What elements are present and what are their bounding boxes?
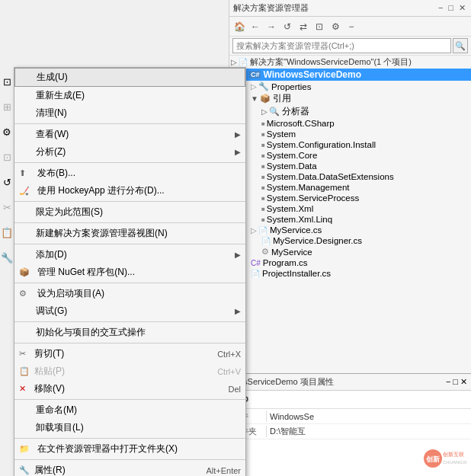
tree-system-data-ds[interactable]: ■ System.Data.DataSetExtensions [229,171,471,182]
menu-cut-label: 剪切(T) [34,347,202,360]
menu-hockey-label: 使用 HockeyApp 进行分布(D)... [37,184,241,197]
tree-myservice[interactable]: ⚙ MyService [229,246,471,257]
forward-icon[interactable]: → [264,20,278,34]
menu-unload-label: 卸载项目(L) [36,421,241,434]
sidebar-icon-8[interactable]: 🔧 [1,252,13,264]
menu-publish-label: 发布(B)... [37,167,241,180]
minus-icon[interactable]: − [344,20,358,34]
tree-system-mgmt[interactable]: ■ System.Management [229,182,471,193]
menu-item-analyze[interactable]: 分析(Z) ▶ [14,143,245,161]
paste-icon: 📋 [19,366,34,376]
tree-solution-root[interactable]: ▷ 📄 解决方案"WindowsServiceDemo"(1 个项目) [229,56,471,69]
props-float-btn[interactable]: □ [453,377,458,387]
sidebar-icon-3[interactable]: ⚙ [2,126,11,138]
tree-myservice-cs[interactable]: ▷ 📄 MyService.cs [229,225,471,235]
menu-item-new-view[interactable]: 新建解决方案资源管理器视图(N) [14,225,245,242]
tree-projectinstaller-cs[interactable]: 📄 ProjectInstaller.cs [229,268,471,279]
tree-system-sp[interactable]: ■ System.ServiceProcess [229,193,471,203]
menu-remove-label: 移除(V) [34,382,213,395]
menu-item-rename[interactable]: 重命名(M) [14,401,245,419]
search-button[interactable]: 🔍 [453,38,468,53]
sidebar-icon-6[interactable]: ✂ [3,202,11,213]
menu-item-init-interact[interactable]: 初始化与项目的交互式操作 [14,324,245,341]
tree-analyzer[interactable]: ▷ 🔍 分析器 [229,105,471,118]
separator-9 [14,399,245,400]
menu-cut-shortcut: Ctrl+X [217,350,241,359]
home-icon[interactable]: 🏠 [232,20,246,34]
sidebar-icon-7[interactable]: 📋 [1,227,13,238]
menu-item-view[interactable]: 查看(W) ▶ [14,126,245,143]
menu-item-paste[interactable]: 📋 粘贴(P) Ctrl+V [14,363,245,380]
svg-text:创新互联: 创新互联 [443,452,464,457]
props-pin-btn[interactable]: − [446,377,450,387]
menu-item-debug[interactable]: 调试(G) ▶ [14,302,245,320]
tree-system-data[interactable]: ■ System.Data [229,161,471,171]
sidebar-icon-4[interactable]: ⊡ [3,152,11,163]
menu-item-set-startup[interactable]: ⚙ 设为启动项目(A) [14,285,245,302]
startup-icon: ⚙ [19,289,34,299]
svg-text:CHUANGXIN: CHUANGXIN [443,460,467,465]
analyze-arrow-icon: ▶ [235,148,241,156]
tree-system-xml[interactable]: ■ System.Xml [229,203,471,214]
menu-set-startup-label: 设为启动项目(A) [37,287,241,300]
folder-icon: 📁 [19,444,34,454]
props-toolbar: ⊞ ⚙ [229,391,471,409]
publish-icon: ⬆ [19,168,34,178]
sidebar-icon-2[interactable]: ⊞ [3,101,11,113]
props-title: owsServiceDemo 项目属性 [232,376,334,388]
back-icon[interactable]: ← [248,20,262,34]
sync-icon[interactable]: ⇄ [296,20,310,34]
props-value-folder: D:\智能互 [267,426,309,437]
menu-item-build[interactable]: 生成(U) [14,68,245,87]
search-row: 🔍 [229,37,471,56]
panel-titlebar: 解决方案资源管理器 − □ ✕ [229,0,471,17]
add-arrow-icon: ▶ [235,251,241,259]
myservice-designer-label: MyService.Designer.cs [273,236,362,245]
props-close-btn[interactable]: ✕ [460,377,467,387]
separator-11 [14,459,245,460]
menu-item-rebuild[interactable]: 重新生成(E) [14,87,245,104]
menu-item-open-folder[interactable]: 📁 在文件资源管理器中打开文件夹(X) [14,440,245,458]
panel-pin-btn[interactable]: − [437,3,444,13]
menu-item-scope[interactable]: 限定为此范围(S) [14,203,245,221]
refresh-icon[interactable]: ↺ [280,20,294,34]
references-label: 引用 [273,93,291,104]
menu-analyze-label: 分析(Z) [36,145,235,158]
tree-properties[interactable]: ▷ 🔧 Properties [229,81,471,92]
menu-item-cut[interactable]: ✂ 剪切(T) Ctrl+X [14,345,245,363]
tree-program-cs[interactable]: C# Program.cs [229,257,471,268]
tree-references[interactable]: ▼ 📦 引用 [229,92,471,105]
menu-paste-label: 粘贴(P) [34,365,202,378]
tree-myservice-designer[interactable]: 📄 MyService.Designer.cs [229,235,471,246]
menu-item-nuget[interactable]: 📦 管理 NuGet 程序包(N)... [14,264,245,281]
menu-item-properties[interactable]: 🔧 属性(R) Alt+Enter [14,462,245,476]
tree-system-xml-linq[interactable]: ■ System.Xml.Linq [229,214,471,225]
properties-panel: owsServiceDemo 项目属性 − □ ✕ ⊞ ⚙ 文件 Windows… [229,373,471,476]
menu-item-remove[interactable]: ✕ 移除(V) Del [14,380,245,398]
separator-4 [14,222,245,223]
search-input[interactable] [232,38,451,53]
separator-2 [14,162,245,163]
sidebar-icon-5[interactable]: ↺ [3,177,11,188]
menu-view-label: 查看(W) [36,128,235,141]
menu-item-publish[interactable]: ⬆ 发布(B)... [14,165,245,182]
menu-debug-label: 调试(G) [36,305,235,318]
menu-item-hockey[interactable]: 🏒 使用 HockeyApp 进行分布(D)... [14,182,245,200]
panel-close-btn[interactable]: ✕ [457,3,467,13]
tree-system-core[interactable]: ■ System.Core [229,150,471,161]
settings-icon[interactable]: ⚙ [328,20,342,34]
tree-system[interactable]: ■ System [229,129,471,139]
sidebar-icon-1[interactable]: ⊡ [3,76,11,88]
menu-item-add[interactable]: 添加(D) ▶ [14,246,245,264]
menu-nuget-label: 管理 NuGet 程序包(N)... [37,266,241,279]
menu-item-clean[interactable]: 清理(N) [14,104,245,122]
tree-system-config[interactable]: ■ System.Configuration.Install [229,139,471,150]
system-data-label: System.Data [267,161,317,171]
separator-8 [14,343,245,343]
tree-project-root[interactable]: ▼ C# WindowsServiceDemo [229,69,471,81]
menu-item-unload[interactable]: 卸载项目(L) [14,419,245,436]
tree-ms-csharp[interactable]: ■ Microsoft.CSharp [229,118,471,129]
system-config-label: System.Configuration.Install [267,140,376,149]
new-file-icon[interactable]: ⊡ [312,20,326,34]
panel-float-btn[interactable]: □ [447,3,455,13]
